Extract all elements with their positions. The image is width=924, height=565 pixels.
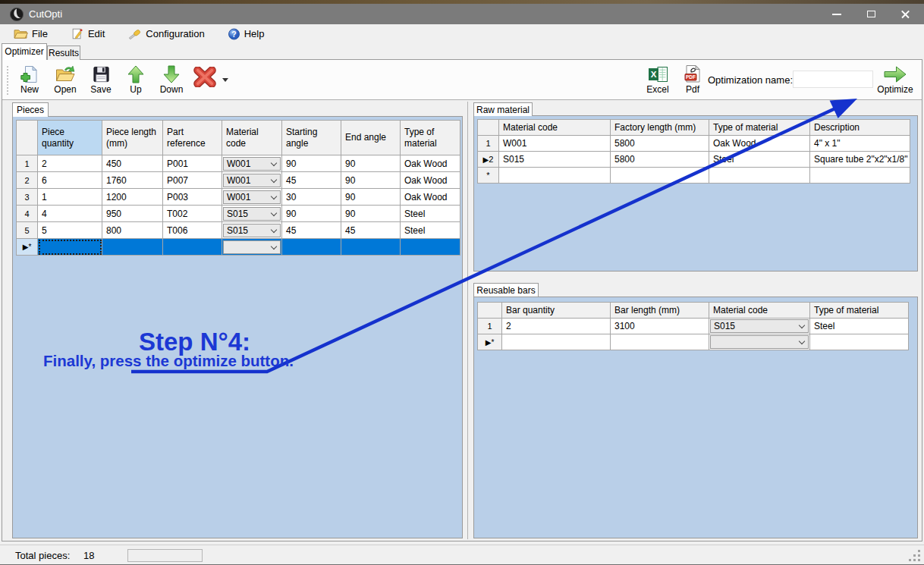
cell-type[interactable]: Oak Wood bbox=[401, 189, 460, 206]
optimize-button[interactable]: Optimize bbox=[872, 64, 919, 95]
down-button[interactable]: Down bbox=[152, 64, 190, 95]
up-button[interactable]: Up bbox=[119, 64, 152, 95]
optimization-name-input[interactable] bbox=[793, 71, 873, 88]
row-header[interactable]: 1 bbox=[478, 319, 502, 334]
close-button[interactable] bbox=[892, 4, 918, 24]
cell-end[interactable]: 90 bbox=[341, 189, 401, 206]
cell-material-combo[interactable]: W001 bbox=[222, 172, 282, 189]
cell-type[interactable] bbox=[709, 168, 810, 184]
cell-start[interactable]: 30 bbox=[282, 189, 341, 206]
cell-length[interactable]: 800 bbox=[102, 222, 163, 239]
new-row-header[interactable]: * bbox=[478, 168, 499, 184]
cell-type[interactable]: Oak Wood bbox=[401, 172, 460, 189]
cell-desc[interactable]: Square tube 2"x2"x1/8" bbox=[810, 152, 910, 168]
cell-end[interactable]: 90 bbox=[341, 172, 401, 189]
row-header[interactable]: ▶2 bbox=[478, 152, 499, 168]
cell-selected[interactable] bbox=[401, 239, 460, 256]
cell-type[interactable]: Steel bbox=[810, 319, 909, 334]
cell-length[interactable]: 950 bbox=[102, 206, 163, 222]
delete-dropdown-caret[interactable] bbox=[222, 78, 228, 82]
open-button[interactable]: Open bbox=[48, 64, 83, 95]
cell-code[interactable] bbox=[499, 168, 611, 184]
save-button[interactable]: Save bbox=[84, 64, 118, 95]
col-description[interactable]: Description bbox=[810, 120, 910, 136]
resize-grip-icon[interactable] bbox=[910, 551, 920, 561]
cell-qty[interactable]: 4 bbox=[38, 206, 102, 222]
new-row-header[interactable]: ▶* bbox=[17, 239, 38, 256]
cell-selected[interactable] bbox=[102, 239, 163, 256]
cell-type[interactable]: Steel bbox=[401, 222, 460, 239]
cell-length[interactable] bbox=[611, 334, 709, 350]
row-header[interactable]: 1 bbox=[478, 136, 499, 152]
col-part-reference[interactable]: Part reference bbox=[163, 121, 222, 155]
cell-material-combo[interactable]: W001 bbox=[222, 155, 282, 172]
cell-material-combo[interactable]: W001 bbox=[222, 189, 282, 206]
cell-material-combo[interactable]: S015 bbox=[222, 222, 282, 239]
cell-ref[interactable]: T002 bbox=[163, 206, 222, 222]
cell-qty[interactable]: 6 bbox=[38, 172, 102, 189]
cell-qty[interactable]: 5 bbox=[38, 222, 102, 239]
cell-code[interactable]: W001 bbox=[499, 136, 611, 152]
cell-length[interactable]: 5800 bbox=[611, 136, 709, 152]
col-factory-length[interactable]: Factory length (mm) bbox=[611, 120, 709, 136]
col-type-of-material[interactable]: Type of material bbox=[401, 121, 460, 155]
tab-optimizer[interactable]: Optimizer bbox=[2, 43, 47, 60]
cell-type[interactable]: Steel bbox=[401, 206, 460, 222]
col-bar-quantity[interactable]: Bar quantity bbox=[502, 303, 611, 319]
cell-length[interactable]: 450 bbox=[102, 155, 163, 172]
cell-type[interactable]: Oak Wood bbox=[709, 136, 810, 152]
cell-start[interactable]: 45 bbox=[282, 222, 341, 239]
col-piece-length[interactable]: Piece length (mm) bbox=[102, 121, 163, 155]
corner-header[interactable] bbox=[478, 120, 499, 136]
cell-length[interactable]: 1200 bbox=[102, 189, 163, 206]
cell-desc[interactable] bbox=[810, 168, 910, 184]
col-material-code[interactable]: Material code bbox=[499, 120, 611, 136]
col-end-angle[interactable]: End angle bbox=[341, 121, 401, 155]
cell-type[interactable]: Steel bbox=[709, 152, 810, 168]
cell-selected[interactable] bbox=[282, 239, 341, 256]
cell-start[interactable]: 90 bbox=[282, 155, 341, 172]
row-header[interactable]: 5 bbox=[17, 222, 38, 239]
cell-ref[interactable]: T006 bbox=[163, 222, 222, 239]
delete-button[interactable] bbox=[190, 67, 219, 87]
menu-edit[interactable]: Edit bbox=[64, 27, 111, 41]
cell-qty[interactable]: 1 bbox=[38, 189, 102, 206]
cell-material-combo[interactable] bbox=[709, 334, 810, 350]
maximize-button[interactable] bbox=[858, 4, 884, 24]
col-piece-quantity[interactable]: Piece quantity bbox=[38, 121, 102, 155]
col-material-code[interactable]: Material code bbox=[222, 121, 282, 155]
corner-header[interactable] bbox=[478, 303, 502, 319]
cell-end[interactable]: 90 bbox=[341, 206, 401, 222]
row-header[interactable]: 3 bbox=[17, 189, 38, 206]
cell-length[interactable] bbox=[611, 168, 709, 184]
col-type-of-material[interactable]: Type of material bbox=[810, 303, 909, 319]
cell-material-combo[interactable]: S015 bbox=[709, 319, 810, 334]
tab-raw-material[interactable]: Raw material bbox=[473, 102, 533, 116]
menu-help[interactable]: ? Help bbox=[222, 27, 271, 42]
cell-length[interactable]: 3100 bbox=[611, 319, 709, 334]
new-button[interactable]: New bbox=[13, 64, 46, 95]
row-header[interactable]: 4 bbox=[17, 206, 38, 222]
cell-qty-selected[interactable] bbox=[38, 239, 102, 256]
col-type-of-material[interactable]: Type of material bbox=[709, 120, 810, 136]
cell-qty[interactable]: 2 bbox=[38, 155, 102, 172]
new-row-header[interactable]: ▶* bbox=[478, 334, 502, 350]
excel-export-button[interactable]: X Excel bbox=[640, 64, 676, 95]
cell-selected[interactable] bbox=[163, 239, 222, 256]
col-material-code[interactable]: Material code bbox=[709, 303, 810, 319]
row-header[interactable]: 1 bbox=[17, 155, 38, 172]
cell-length[interactable]: 5800 bbox=[611, 152, 709, 168]
pdf-export-button[interactable]: PDF Pdf bbox=[677, 64, 708, 95]
tab-reusable-bars[interactable]: Reusable bars bbox=[473, 283, 539, 297]
corner-header[interactable] bbox=[17, 121, 38, 155]
row-header[interactable]: 2 bbox=[17, 172, 38, 189]
cell-length[interactable]: 1760 bbox=[102, 172, 163, 189]
panel-splitter[interactable] bbox=[467, 102, 468, 539]
menu-file[interactable]: File bbox=[8, 27, 54, 41]
tab-results[interactable]: Results bbox=[47, 46, 80, 60]
cell-desc[interactable]: 4" x 1" bbox=[810, 136, 910, 152]
cell-material-combo[interactable]: S015 bbox=[222, 206, 282, 222]
cell-start[interactable]: 45 bbox=[282, 172, 341, 189]
cell-qty[interactable]: 2 bbox=[502, 319, 611, 334]
minimize-button[interactable] bbox=[824, 4, 850, 24]
